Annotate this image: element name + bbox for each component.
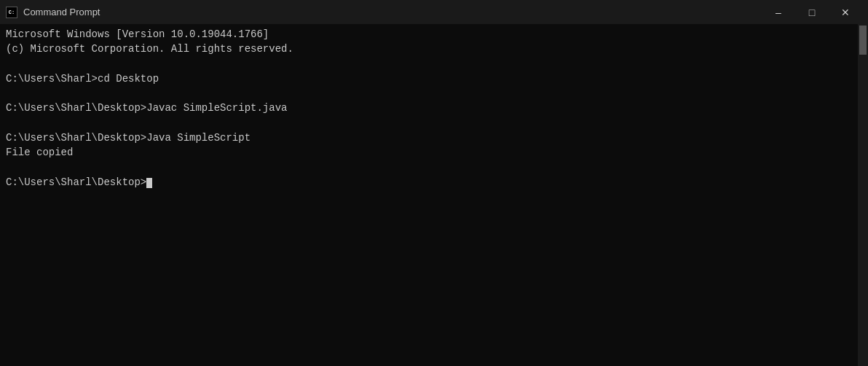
close-icon: ✕ (841, 7, 850, 17)
maximize-icon: □ (809, 7, 815, 17)
content-area: Microsoft Windows [Version 10.0.19044.17… (0, 24, 868, 366)
app-icon (6, 7, 17, 18)
terminal-body[interactable]: Microsoft Windows [Version 10.0.19044.17… (0, 24, 858, 366)
blank-line (6, 160, 852, 175)
scrollbar-thumb[interactable] (859, 26, 867, 55)
terminal-line: C:\Users\Sharl>cd Desktop (6, 71, 852, 86)
window-controls: – □ ✕ (762, 0, 862, 24)
minimize-icon: – (776, 7, 781, 17)
terminal-line: C:\Users\Sharl\Desktop>Javac SimpleScrip… (6, 101, 852, 115)
cmd-icon (6, 7, 17, 18)
title-bar: Command Prompt – □ ✕ (0, 0, 868, 24)
blank-line (6, 116, 852, 131)
terminal-line: (c) Microsoft Corporation. All rights re… (6, 42, 852, 56)
minimize-button[interactable]: – (762, 0, 795, 24)
title-bar-left: Command Prompt (6, 7, 100, 18)
cmd-window: Command Prompt – □ ✕ Microsoft Windows [… (0, 0, 868, 366)
blank-line (6, 57, 852, 71)
terminal-line: Microsoft Windows [Version 10.0.19044.17… (6, 27, 852, 42)
maximize-button[interactable]: □ (795, 0, 829, 24)
close-button[interactable]: ✕ (829, 0, 862, 24)
terminal-line: C:\Users\Sharl\Desktop>Java SimpleScript (6, 131, 852, 145)
blank-line (6, 86, 852, 101)
cursor (146, 178, 152, 188)
terminal-line: File copied (6, 145, 852, 160)
terminal-current-prompt: C:\Users\Sharl\Desktop> (6, 175, 852, 190)
scrollbar[interactable] (858, 24, 868, 366)
window-title: Command Prompt (23, 7, 100, 17)
